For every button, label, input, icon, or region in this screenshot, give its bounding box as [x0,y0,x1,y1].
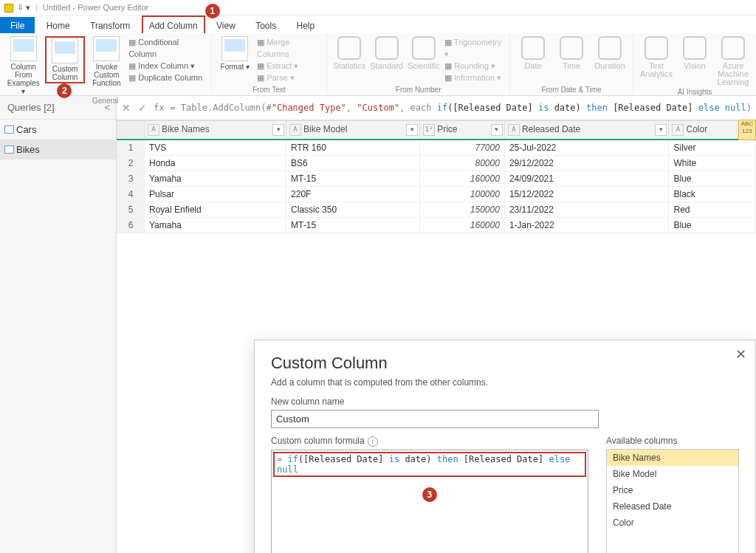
table-row[interactable]: 5Royal EnfieldClassic 35015000023/11/202… [117,202,755,218]
cell-bike-model[interactable]: MT-15 [286,218,420,233]
available-column-item[interactable]: Bike Names [607,450,738,466]
data-grid[interactable]: ABike Names▾ ABike Model▾ 1²Price▾ ARele… [117,120,756,233]
tab-help[interactable]: Help [288,17,324,35]
cell-price[interactable]: 100000 [420,187,505,202]
cell-bike-names[interactable]: Honda [144,156,286,171]
formula-cancel-icon[interactable]: ✕ [121,102,131,114]
close-icon[interactable]: ✕ [735,346,746,363]
index-column-button[interactable]: Index Column ▾ [128,60,205,72]
statistics-button[interactable]: Statistics [333,36,365,70]
row-number: 3 [117,171,144,187]
col-bike-model[interactable]: ABike Model▾ [286,121,420,140]
format-button[interactable]: Format ▾ [218,36,253,71]
cell-bike-model[interactable]: MT-15 [286,171,420,187]
tab-view[interactable]: View [207,17,244,35]
formula-text[interactable]: = Table.AddColumn(#"Changed Type", "Cust… [170,103,752,113]
tab-file[interactable]: File [0,17,35,35]
cell-color[interactable]: White [669,156,756,171]
available-column-item[interactable]: Price [607,482,738,498]
filter-icon[interactable]: ▾ [655,124,667,136]
cell-bike-model[interactable]: 220F [286,187,420,202]
cell-price[interactable]: 160000 [420,171,505,187]
cell-bike-model[interactable]: RTR 160 [286,140,420,156]
cell-released-date[interactable]: 23/11/2022 [504,202,669,218]
cell-price[interactable]: 77000 [420,140,505,156]
filter-icon[interactable]: ▾ [491,124,503,136]
cell-price[interactable]: 150000 [420,202,505,218]
cell-color[interactable]: Blue [669,171,756,187]
cell-released-date[interactable]: 15/12/2022 [504,187,669,202]
merge-columns-button[interactable]: Merge Columns [257,36,320,60]
cell-released-date[interactable]: 24/09/2021 [504,171,669,187]
invoke-custom-function-button[interactable]: Invoke Custom Function [89,36,124,87]
rounding-button[interactable]: Rounding ▾ [444,60,504,72]
qa-save-icon[interactable]: ⇩ [17,3,24,12]
col-released-date[interactable]: AReleased Date▾ [504,121,669,140]
parse-button[interactable]: Parse ▾ [257,72,320,83]
custom-column-button[interactable]: Custom Column 2 [45,36,84,83]
available-column-item[interactable]: Bike Model [607,466,738,482]
info-icon[interactable]: i [368,436,378,447]
trigonometry-button[interactable]: Trigonometry ▾ [444,36,504,60]
filter-icon[interactable]: ▾ [272,124,284,136]
extract-button[interactable]: Extract ▾ [257,60,320,72]
qa-dropdown-icon[interactable]: ▾ [26,3,30,12]
available-column-item[interactable]: Released Date [607,498,738,515]
cell-bike-names[interactable]: Royal Enfield [144,202,286,218]
duration-button[interactable]: Duration [593,36,627,70]
azure-ml-button[interactable]: Azure Machine Learning [716,36,750,86]
column-from-examples-button[interactable]: Column From Examples ▾ [6,36,41,95]
cell-color[interactable]: Blue [669,218,756,233]
available-columns-list[interactable]: Bike NamesBike ModelPriceReleased DateCo… [606,449,739,553]
cell-bike-names[interactable]: Yamaha [144,171,286,187]
cell-bike-names[interactable]: Pulsar [144,187,286,202]
table-row[interactable]: 1TVSRTR 1607700025-Jul-2022Silver [117,140,755,156]
cell-color[interactable]: Black [669,187,756,202]
text-analytics-button[interactable]: Text Analytics [639,36,673,78]
collapse-icon[interactable]: < [104,102,110,113]
conditional-column-button[interactable]: Conditional Column [128,36,205,60]
cell-bike-names[interactable]: Yamaha [144,218,286,233]
rowheader-corner[interactable] [117,121,144,140]
new-column-name-input[interactable] [271,410,599,428]
tab-home[interactable]: Home [38,17,79,35]
cell-price[interactable]: 80000 [420,156,505,171]
available-column-item[interactable]: Color [607,515,738,531]
scientific-button[interactable]: Scientific [408,36,440,70]
cell-released-date[interactable]: 25-Jul-2022 [504,140,669,156]
query-item-bikes[interactable]: Bikes [0,140,116,159]
ribbon-group-from-text: Format ▾ Merge Columns Extract ▾ Parse ▾… [212,33,328,95]
filter-icon[interactable]: ▾ [406,124,418,136]
row-number: 5 [117,202,144,218]
table-row[interactable]: 2HondaBS68000029/12/2022White [117,156,755,171]
duplicate-column-button[interactable]: Duplicate Column [128,72,205,83]
ribbon: Column From Examples ▾ Custom Column 2 I… [0,33,756,96]
vision-button[interactable]: Vision [678,36,712,70]
time-button[interactable]: Time [554,36,588,70]
cell-released-date[interactable]: 29/12/2022 [504,156,669,171]
cell-price[interactable]: 160000 [420,218,505,233]
cell-bike-model[interactable]: BS6 [286,156,420,171]
formula-bar: ✕ ✓ fx = Table.AddColumn(#"Changed Type"… [117,96,756,120]
queries-pane: Queries [2] < Cars Bikes [0,96,117,553]
formula-editor[interactable]: = if([Released Date] is date) then [Rele… [271,450,588,553]
cell-released-date[interactable]: 1-Jan-2022 [504,218,669,233]
table-row[interactable]: 6YamahaMT-151600001-Jan-2022Blue [117,218,755,233]
new-column-name-label: New column name [271,396,739,407]
col-bike-names[interactable]: ABike Names▾ [144,121,286,140]
table-row[interactable]: 4Pulsar220F10000015/12/2022Black [117,187,755,202]
query-item-cars[interactable]: Cars [0,120,116,140]
date-button[interactable]: Date [516,36,550,70]
col-price[interactable]: 1²Price▾ [420,121,505,140]
standard-button[interactable]: Standard [370,36,403,70]
cell-color[interactable]: Silver [669,140,756,156]
cell-bike-model[interactable]: Classic 350 [286,202,420,218]
cell-bike-names[interactable]: TVS [144,140,286,156]
added-column-indicator[interactable]: ABC123 [738,120,756,140]
table-row[interactable]: 3YamahaMT-1516000024/09/2021Blue [117,171,755,187]
information-button[interactable]: Information ▾ [444,72,504,83]
formula-commit-icon[interactable]: ✓ [137,102,148,114]
tab-tools[interactable]: Tools [247,17,285,35]
tab-transform[interactable]: Transform [81,17,139,35]
cell-color[interactable]: Red [669,202,756,218]
